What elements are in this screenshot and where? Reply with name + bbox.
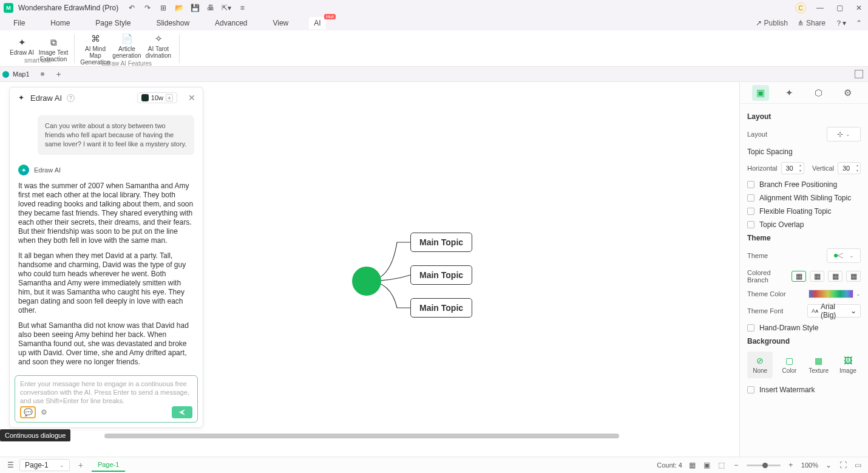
- theme-font-select[interactable]: AᴀArial (Big)⌄: [807, 304, 861, 318]
- horizontal-spacing-input[interactable]: ▴▾: [781, 162, 804, 174]
- article-icon: 📄: [121, 33, 132, 44]
- collapse-ribbon-button[interactable]: ⌃: [856, 19, 862, 27]
- fit-width-icon[interactable]: ⬚: [717, 461, 726, 469]
- svg-point-0: [834, 254, 838, 257]
- avatar[interactable]: C: [795, 2, 806, 13]
- tarot-icon: ✧: [153, 33, 164, 44]
- group-smart-tool: smart tool: [4, 57, 72, 64]
- format-panel: ▣ ✦ ⬡ ⚙ Layout Layout ⊹⌄ Topic Spacing H…: [739, 82, 868, 457]
- flex-float-check[interactable]: Flexible Floating Topic: [747, 207, 861, 216]
- theme-color-dropdown[interactable]: ⌄: [856, 291, 861, 297]
- vertical-spacing-input[interactable]: ▴▾: [838, 162, 861, 174]
- tab-view[interactable]: View: [268, 17, 293, 29]
- panel-tab-style[interactable]: ✦: [781, 85, 798, 101]
- tooltip: Continuous dialogue: [0, 429, 70, 441]
- doc-icon: [2, 71, 9, 78]
- print-icon[interactable]: 🖶: [206, 3, 215, 13]
- new-icon[interactable]: ⊞: [158, 3, 168, 13]
- modified-indicator: [41, 72, 44, 76]
- panel-tab-layout[interactable]: ▣: [752, 85, 769, 101]
- texture-icon: ▦: [814, 356, 824, 366]
- tab-ai[interactable]: AI: [309, 17, 325, 29]
- layout-select[interactable]: ⊹⌄: [827, 127, 861, 141]
- share-button[interactable]: ⋔ Share: [798, 19, 826, 27]
- tab-slideshow[interactable]: Slideshow: [151, 17, 194, 29]
- new-tab-button[interactable]: +: [56, 69, 61, 79]
- color-icon: ▢: [784, 356, 794, 366]
- bg-texture[interactable]: ▦Texture: [806, 352, 832, 378]
- branch-pal-2[interactable]: ▦: [810, 271, 824, 282]
- save-icon[interactable]: 💾: [190, 3, 200, 13]
- publish-button[interactable]: ↗ Publish: [756, 19, 788, 27]
- fit-page-icon[interactable]: ▣: [703, 461, 711, 469]
- page-selector[interactable]: Page-1⌄: [19, 459, 70, 471]
- redo-icon[interactable]: ↷: [143, 3, 152, 13]
- align-sibling-check[interactable]: Alignment With Sibling Topic: [747, 194, 861, 202]
- export-icon[interactable]: ⇱▾: [222, 3, 231, 13]
- branch-pal-4[interactable]: ▦: [846, 271, 861, 282]
- panel-tab-tag[interactable]: ⬡: [810, 85, 827, 101]
- count-label: Count: 4: [657, 461, 682, 469]
- open-icon[interactable]: 📂: [174, 3, 184, 13]
- insert-watermark-check[interactable]: Insert Watermark: [747, 386, 861, 394]
- theme-select[interactable]: ⌄: [827, 248, 861, 263]
- panel-toggle-button[interactable]: [855, 70, 863, 78]
- branch-pal-1[interactable]: ▦: [792, 271, 806, 282]
- zoom-slider[interactable]: [747, 464, 781, 466]
- add-page-button[interactable]: +: [78, 460, 83, 470]
- help-button[interactable]: ？▾: [835, 18, 846, 29]
- zoom-in-button[interactable]: +: [787, 461, 795, 469]
- sparkle-icon: ✦: [16, 37, 27, 48]
- panel-tab-settings[interactable]: ⚙: [839, 85, 856, 101]
- bg-none[interactable]: ⊘None: [747, 352, 773, 378]
- tab-file[interactable]: File: [8, 17, 30, 29]
- zoom-out-button[interactable]: −: [732, 461, 741, 469]
- branch-pal-3[interactable]: ▦: [828, 271, 843, 282]
- ocr-icon: ⧉: [48, 37, 59, 48]
- root-topic[interactable]: [352, 267, 381, 296]
- grid-icon[interactable]: ▦: [688, 461, 697, 469]
- app-logo: M: [4, 3, 13, 13]
- app-title: Wondershare EdrawMind (Pro): [18, 4, 118, 12]
- image-icon: 🖼: [843, 356, 853, 366]
- none-icon: ⊘: [755, 356, 765, 366]
- branch-free-check[interactable]: Branch Free Positioning: [747, 180, 861, 189]
- tab-advanced[interactable]: Advanced: [210, 17, 252, 29]
- section-theme: Theme: [747, 234, 861, 242]
- hand-drawn-check[interactable]: Hand-Drawn Style: [747, 324, 861, 332]
- theme-color-strip[interactable]: [809, 290, 853, 298]
- minimize-button[interactable]: —: [815, 2, 826, 13]
- topic-overlap-check[interactable]: Topic Overlap: [747, 220, 861, 229]
- outline-icon[interactable]: ☰: [6, 461, 15, 469]
- section-background: Background: [747, 337, 861, 345]
- zoom-dropdown[interactable]: ⌄: [824, 461, 833, 469]
- tab-home[interactable]: Home: [46, 17, 75, 29]
- h-scrollbar[interactable]: [104, 434, 733, 438]
- main-topic-2[interactable]: Main Topic: [410, 265, 472, 285]
- doc-tab-map1[interactable]: Map1: [2, 70, 44, 78]
- svg-line-1: [838, 253, 843, 256]
- group-ai-features: Edraw AI Features: [77, 60, 177, 67]
- svg-line-2: [838, 256, 843, 258]
- close-window-button[interactable]: ✕: [853, 2, 864, 13]
- tab-page-style[interactable]: Page Style: [90, 17, 135, 29]
- undo-icon[interactable]: ↶: [127, 3, 137, 13]
- zoom-level: 100%: [801, 461, 818, 469]
- maximize-button[interactable]: ▢: [834, 2, 845, 13]
- mindmap-icon: ⌘: [90, 33, 101, 44]
- qat-more-icon[interactable]: ≡: [237, 3, 247, 13]
- bg-image[interactable]: 🖼Image: [835, 352, 861, 378]
- main-topic-1[interactable]: Main Topic: [410, 233, 472, 252]
- page-tab-1[interactable]: Page-1: [92, 458, 125, 472]
- bg-color[interactable]: ▢Color: [776, 352, 802, 378]
- fullscreen-icon[interactable]: ⛶: [839, 461, 847, 469]
- main-topic-3[interactable]: Main Topic: [410, 298, 472, 318]
- section-layout: Layout: [747, 112, 861, 121]
- canvas[interactable]: Main Topic Main Topic Main Topic: [0, 82, 739, 457]
- presentation-icon[interactable]: ▭: [853, 461, 862, 469]
